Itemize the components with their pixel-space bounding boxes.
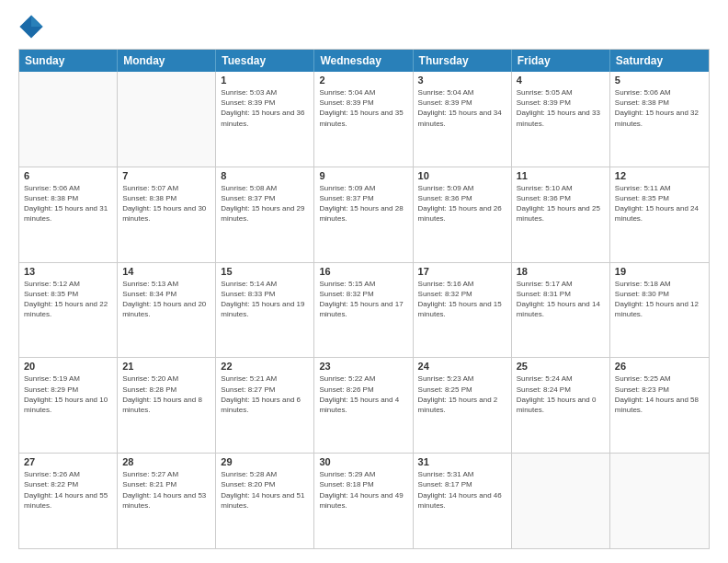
- calendar-cell: [512, 454, 610, 548]
- calendar-row: 1Sunrise: 5:03 AMSunset: 8:39 PMDaylight…: [19, 72, 709, 167]
- calendar-row: 13Sunrise: 5:12 AMSunset: 8:35 PMDayligh…: [19, 262, 709, 358]
- day-number: 27: [24, 456, 112, 467]
- day-number: 30: [319, 456, 407, 467]
- calendar-cell: 16Sunrise: 5:15 AMSunset: 8:32 PMDayligh…: [314, 263, 413, 358]
- day-number: 24: [418, 361, 506, 372]
- cell-info: Sunrise: 5:04 AMSunset: 8:39 PMDaylight:…: [319, 87, 407, 129]
- day-number: 20: [24, 361, 112, 372]
- calendar-cell: 20Sunrise: 5:19 AMSunset: 8:29 PMDayligh…: [19, 358, 118, 453]
- day-number: 17: [418, 266, 506, 277]
- calendar-cell: 30Sunrise: 5:29 AMSunset: 8:18 PMDayligh…: [314, 454, 413, 548]
- calendar-header-cell: Saturday: [610, 50, 709, 72]
- calendar-cell: 12Sunrise: 5:11 AMSunset: 8:35 PMDayligh…: [610, 167, 709, 262]
- cell-info: Sunrise: 5:15 AMSunset: 8:32 PMDaylight:…: [319, 279, 407, 320]
- calendar-header-cell: Thursday: [414, 50, 512, 72]
- cell-info: Sunrise: 5:29 AMSunset: 8:18 PMDaylight:…: [319, 469, 407, 511]
- day-number: 9: [319, 170, 407, 181]
- calendar-cell: 7Sunrise: 5:07 AMSunset: 8:38 PMDaylight…: [118, 167, 216, 262]
- cell-info: Sunrise: 5:04 AMSunset: 8:39 PMDaylight:…: [418, 87, 506, 129]
- calendar-cell: 1Sunrise: 5:03 AMSunset: 8:39 PMDaylight…: [216, 72, 314, 167]
- calendar-row: 27Sunrise: 5:26 AMSunset: 8:22 PMDayligh…: [19, 453, 709, 548]
- day-number: 4: [517, 75, 605, 86]
- cell-info: Sunrise: 5:20 AMSunset: 8:28 PMDaylight:…: [122, 373, 210, 415]
- calendar-cell: 22Sunrise: 5:21 AMSunset: 8:27 PMDayligh…: [216, 358, 314, 453]
- day-number: 16: [319, 266, 407, 277]
- day-number: 5: [615, 75, 704, 86]
- day-number: 14: [122, 266, 210, 277]
- calendar-cell: 23Sunrise: 5:22 AMSunset: 8:26 PMDayligh…: [314, 358, 413, 453]
- cell-info: Sunrise: 5:19 AMSunset: 8:29 PMDaylight:…: [24, 373, 112, 415]
- calendar-cell: 26Sunrise: 5:25 AMSunset: 8:23 PMDayligh…: [610, 358, 709, 453]
- calendar-row: 6Sunrise: 5:06 AMSunset: 8:38 PMDaylight…: [19, 167, 709, 262]
- calendar-cell: [118, 72, 216, 167]
- calendar-cell: 9Sunrise: 5:09 AMSunset: 8:37 PMDaylight…: [314, 167, 413, 262]
- cell-info: Sunrise: 5:16 AMSunset: 8:32 PMDaylight:…: [418, 279, 506, 320]
- calendar-cell: 11Sunrise: 5:10 AMSunset: 8:36 PMDayligh…: [512, 167, 610, 262]
- calendar-cell: 21Sunrise: 5:20 AMSunset: 8:28 PMDayligh…: [118, 358, 216, 453]
- cell-info: Sunrise: 5:25 AMSunset: 8:23 PMDaylight:…: [615, 373, 704, 415]
- calendar-cell: 18Sunrise: 5:17 AMSunset: 8:31 PMDayligh…: [512, 263, 610, 358]
- calendar-header-cell: Tuesday: [216, 50, 314, 72]
- day-number: 29: [221, 456, 309, 467]
- calendar-cell: 29Sunrise: 5:28 AMSunset: 8:20 PMDayligh…: [216, 454, 314, 548]
- day-number: 25: [517, 361, 605, 372]
- calendar-cell: 31Sunrise: 5:31 AMSunset: 8:17 PMDayligh…: [414, 454, 512, 548]
- calendar-header-cell: Sunday: [19, 50, 118, 72]
- calendar-cell: 10Sunrise: 5:09 AMSunset: 8:36 PMDayligh…: [414, 167, 512, 262]
- logo: [18, 14, 46, 40]
- calendar-header-cell: Monday: [118, 50, 216, 72]
- cell-info: Sunrise: 5:23 AMSunset: 8:25 PMDaylight:…: [418, 373, 506, 415]
- cell-info: Sunrise: 5:07 AMSunset: 8:38 PMDaylight:…: [122, 183, 210, 224]
- day-number: 19: [615, 266, 704, 277]
- calendar-cell: 4Sunrise: 5:05 AMSunset: 8:39 PMDaylight…: [512, 72, 610, 167]
- calendar-cell: 17Sunrise: 5:16 AMSunset: 8:32 PMDayligh…: [414, 263, 512, 358]
- day-number: 12: [615, 170, 704, 181]
- day-number: 6: [24, 170, 112, 181]
- calendar-cell: 27Sunrise: 5:26 AMSunset: 8:22 PMDayligh…: [19, 454, 118, 548]
- day-number: 31: [418, 456, 506, 467]
- day-number: 21: [122, 361, 210, 372]
- calendar-header-cell: Wednesday: [314, 50, 413, 72]
- calendar: SundayMondayTuesdayWednesdayThursdayFrid…: [18, 49, 710, 549]
- cell-info: Sunrise: 5:11 AMSunset: 8:35 PMDaylight:…: [615, 183, 704, 224]
- cell-info: Sunrise: 5:18 AMSunset: 8:30 PMDaylight:…: [615, 279, 704, 320]
- calendar-cell: 3Sunrise: 5:04 AMSunset: 8:39 PMDaylight…: [414, 72, 512, 167]
- calendar-body: 1Sunrise: 5:03 AMSunset: 8:39 PMDaylight…: [19, 72, 709, 548]
- cell-info: Sunrise: 5:22 AMSunset: 8:26 PMDaylight:…: [319, 373, 407, 415]
- cell-info: Sunrise: 5:21 AMSunset: 8:27 PMDaylight:…: [221, 373, 309, 415]
- cell-info: Sunrise: 5:14 AMSunset: 8:33 PMDaylight:…: [221, 279, 309, 320]
- svg-marker-1: [31, 15, 43, 27]
- calendar-cell: [610, 454, 709, 548]
- calendar-cell: 25Sunrise: 5:24 AMSunset: 8:24 PMDayligh…: [512, 358, 610, 453]
- logo-icon: [18, 14, 44, 40]
- cell-info: Sunrise: 5:09 AMSunset: 8:37 PMDaylight:…: [319, 183, 407, 224]
- calendar-cell: 6Sunrise: 5:06 AMSunset: 8:38 PMDaylight…: [19, 167, 118, 262]
- day-number: 8: [221, 170, 309, 181]
- calendar-cell: 15Sunrise: 5:14 AMSunset: 8:33 PMDayligh…: [216, 263, 314, 358]
- day-number: 22: [221, 361, 309, 372]
- cell-info: Sunrise: 5:08 AMSunset: 8:37 PMDaylight:…: [221, 183, 309, 224]
- day-number: 28: [122, 456, 210, 467]
- calendar-cell: 19Sunrise: 5:18 AMSunset: 8:30 PMDayligh…: [610, 263, 709, 358]
- day-number: 26: [615, 361, 704, 372]
- cell-info: Sunrise: 5:03 AMSunset: 8:39 PMDaylight:…: [221, 87, 309, 129]
- calendar-cell: [19, 72, 118, 167]
- calendar-cell: 14Sunrise: 5:13 AMSunset: 8:34 PMDayligh…: [118, 263, 216, 358]
- day-number: 2: [319, 75, 407, 86]
- cell-info: Sunrise: 5:17 AMSunset: 8:31 PMDaylight:…: [517, 279, 605, 320]
- day-number: 15: [221, 266, 309, 277]
- calendar-row: 20Sunrise: 5:19 AMSunset: 8:29 PMDayligh…: [19, 357, 709, 453]
- calendar-cell: 28Sunrise: 5:27 AMSunset: 8:21 PMDayligh…: [118, 454, 216, 548]
- day-number: 23: [319, 361, 407, 372]
- cell-info: Sunrise: 5:27 AMSunset: 8:21 PMDaylight:…: [122, 469, 210, 511]
- cell-info: Sunrise: 5:09 AMSunset: 8:36 PMDaylight:…: [418, 183, 506, 224]
- day-number: 10: [418, 170, 506, 181]
- day-number: 1: [221, 75, 309, 86]
- cell-info: Sunrise: 5:26 AMSunset: 8:22 PMDaylight:…: [24, 469, 112, 511]
- day-number: 7: [122, 170, 210, 181]
- calendar-header-cell: Friday: [512, 50, 610, 72]
- header: [18, 14, 710, 40]
- calendar-cell: 13Sunrise: 5:12 AMSunset: 8:35 PMDayligh…: [19, 263, 118, 358]
- cell-info: Sunrise: 5:05 AMSunset: 8:39 PMDaylight:…: [517, 87, 605, 129]
- calendar-cell: 2Sunrise: 5:04 AMSunset: 8:39 PMDaylight…: [314, 72, 413, 167]
